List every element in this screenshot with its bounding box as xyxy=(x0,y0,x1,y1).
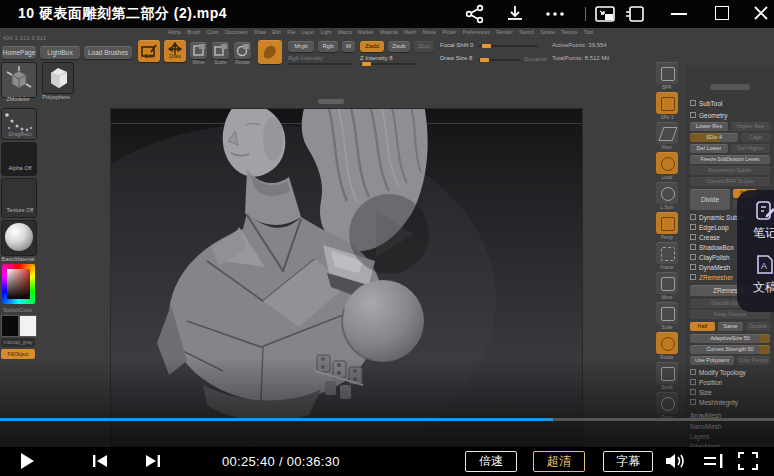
zcut-button[interactable]: Zcut xyxy=(414,41,434,52)
material-selector[interactable] xyxy=(1,220,37,256)
homepage-button[interactable]: HomePage xyxy=(2,46,36,59)
persp-button[interactable] xyxy=(656,212,678,234)
color-picker[interactable] xyxy=(2,264,35,304)
curves-strength-slider[interactable]: Curves Strength 50 xyxy=(690,345,770,354)
minimize-button[interactable] xyxy=(671,13,687,15)
download-icon[interactable] xyxy=(504,4,526,24)
geometry-section[interactable]: Geometry xyxy=(690,111,770,120)
subtitle-button[interactable]: 字幕 xyxy=(603,451,653,472)
playback-speed-button[interactable]: 倍速 SVIP xyxy=(465,451,517,472)
freeze-subdivision-button[interactable]: Freeze SubDivision Levels xyxy=(690,155,770,164)
canvas-scrollbar-handle[interactable] xyxy=(318,99,344,104)
del-lower-button[interactable]: Del Lower xyxy=(690,144,728,153)
adaptive-size-slider[interactable]: AdaptiveSize 50 xyxy=(690,334,770,343)
rgb-button[interactable]: Rgb xyxy=(318,41,338,52)
scroll-canvas-button[interactable] xyxy=(656,362,678,384)
current-brush-slot[interactable] xyxy=(1,62,37,98)
video-progress-bar[interactable] xyxy=(0,418,774,421)
matcap-bar-button[interactable]: matcap_gray xyxy=(1,338,35,347)
m-button[interactable]: M xyxy=(342,41,355,52)
zoom-canvas-button[interactable] xyxy=(656,392,678,414)
sculpt-canvas[interactable] xyxy=(110,108,583,447)
current-brush-thumbnail[interactable] xyxy=(258,40,282,64)
time-display: 00:25:40 / 00:36:30 xyxy=(222,454,340,469)
divide-button[interactable]: Divide xyxy=(690,189,730,210)
frame-button[interactable] xyxy=(656,242,678,264)
reconstruct-subdiv-button[interactable]: Reconstruct Subdiv xyxy=(690,166,770,175)
color-picker-saturation-square[interactable] xyxy=(7,269,30,299)
quality-button[interactable]: 超清 xyxy=(533,451,585,472)
load-brushes-button[interactable]: Load Brushes xyxy=(84,46,132,59)
more-icon[interactable] xyxy=(544,4,566,24)
zadd-button[interactable]: Zadd xyxy=(360,41,384,52)
use-polypaint-button[interactable]: Use Polypaint xyxy=(690,356,734,365)
previous-button[interactable] xyxy=(92,454,108,468)
lower-res-button[interactable]: Lower Res xyxy=(690,122,728,131)
playlist-icon[interactable] xyxy=(703,453,725,469)
focal-shift-slider[interactable]: Focal Shift 0 xyxy=(440,42,473,48)
scroll-label: Scroll xyxy=(652,385,682,390)
lightbox-button[interactable]: LightBox xyxy=(40,46,80,59)
texture-selector[interactable]: Texture Off xyxy=(1,178,37,218)
next-button[interactable] xyxy=(145,454,161,468)
fullscreen-icon[interactable] xyxy=(738,452,758,470)
convert-bpr-button[interactable]: Convert BPR To Geo xyxy=(690,177,770,186)
zsub-button[interactable]: Zsub xyxy=(388,41,410,52)
z-intensity-track[interactable] xyxy=(360,63,416,65)
volume-icon[interactable] xyxy=(664,452,688,470)
close-button[interactable] xyxy=(753,5,769,21)
spix-button[interactable] xyxy=(656,92,678,114)
del-higher-button[interactable]: Del Higher xyxy=(731,144,770,153)
half-button[interactable]: Half xyxy=(690,322,715,331)
player-control-bar: 00:25:40 / 00:36:30 倍速 SVIP 超清 字幕 xyxy=(0,447,774,476)
rgb-intensity-track[interactable] xyxy=(288,63,352,65)
rgb-intensity-slider[interactable]: Rgb Intensity xyxy=(288,55,323,61)
maximize-button[interactable] xyxy=(715,6,729,20)
draw-mode-button[interactable]: Draw xyxy=(164,40,186,62)
picture-in-picture-icon[interactable] xyxy=(594,4,616,24)
secondary-color-swatch[interactable] xyxy=(19,315,37,337)
current-tool-slot[interactable] xyxy=(42,62,74,94)
edit-mode-button[interactable]: Edit xyxy=(138,40,160,62)
move3d-button[interactable] xyxy=(656,272,678,294)
nanomesh-palette[interactable]: NanoMesh xyxy=(690,422,770,431)
draw-size-slider[interactable]: Draw Size 8 xyxy=(440,55,472,61)
cage-button[interactable]: Cage xyxy=(741,133,770,142)
higher-res-button[interactable]: Higher Res xyxy=(731,122,770,131)
notes-entry[interactable]: 笔记 xyxy=(745,200,774,250)
play-button[interactable] xyxy=(20,452,35,470)
rotate3d-button[interactable] xyxy=(656,332,678,354)
focal-shift-track[interactable] xyxy=(478,45,538,47)
bpr-render-button[interactable] xyxy=(656,62,678,84)
tray-handle[interactable] xyxy=(710,84,750,90)
modify-topology-section[interactable]: Modify Topology xyxy=(690,368,770,377)
rotate-mode-button[interactable] xyxy=(234,42,251,59)
mrgb-button[interactable]: Mrgb xyxy=(288,41,314,52)
move-mode-button[interactable] xyxy=(190,42,207,59)
dynamic-toggle[interactable]: Dynamic xyxy=(524,56,547,62)
floor-grid-button[interactable] xyxy=(656,122,678,144)
share-icon[interactable] xyxy=(464,4,486,24)
mesh-integrity-section[interactable]: MeshIntegrity xyxy=(690,398,770,407)
z-intensity-slider[interactable]: Z Intensity 8 xyxy=(360,55,393,61)
scale-mode-button[interactable] xyxy=(212,42,229,59)
size-section[interactable]: Size xyxy=(690,388,770,397)
layers-palette[interactable]: Layers xyxy=(690,432,770,441)
main-color-swatch[interactable] xyxy=(1,315,19,337)
lsym-button[interactable] xyxy=(656,182,678,204)
local-transform-button[interactable] xyxy=(656,152,678,174)
scale3d-button[interactable] xyxy=(656,302,678,324)
double-button[interactable]: Double xyxy=(746,322,770,331)
subtool-section[interactable]: SubTool xyxy=(690,99,770,108)
same-button[interactable]: Same xyxy=(718,322,743,331)
color-density-button[interactable]: Color Density xyxy=(737,356,770,365)
zbrush-menubar[interactable]: Alpha Brush Color Document Draw Edit Fil… xyxy=(168,29,598,35)
alpha-selector[interactable]: Alpha Off xyxy=(1,142,37,176)
stroke-selector[interactable]: DragRect xyxy=(1,108,37,140)
fill-object-button[interactable]: FillObject xyxy=(1,349,35,359)
sdiv-slider[interactable]: SDiv 4 xyxy=(690,133,738,142)
draw-size-track[interactable] xyxy=(478,59,520,61)
transcript-entry[interactable]: A 文稿 xyxy=(745,254,774,304)
position-section[interactable]: Position xyxy=(690,378,770,387)
mini-player-icon[interactable] xyxy=(624,4,646,24)
